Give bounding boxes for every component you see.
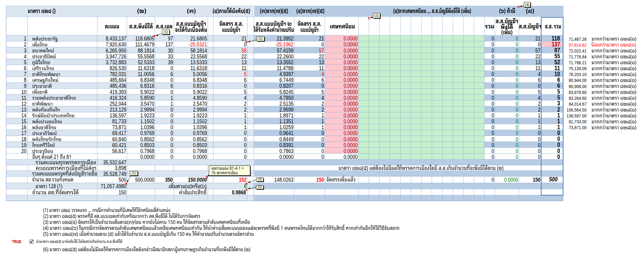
svg-text:81,733.00: 81,733.00 xyxy=(569,119,587,124)
svg-text:150: 150 xyxy=(533,177,541,183)
svg-text:71,786.21: 71,786.21 xyxy=(569,60,587,65)
svg-text:13: 13 xyxy=(535,59,541,66)
svg-text:4: 4 xyxy=(244,95,246,101)
svg-text:0: 0 xyxy=(491,59,494,66)
svg-text:58: 58 xyxy=(241,48,247,54)
svg-text:0: 0 xyxy=(244,183,246,189)
svg-text:0: 0 xyxy=(170,142,173,148)
svg-text:0.8562: 0.8562 xyxy=(193,136,207,142)
svg-text:0: 0 xyxy=(538,142,540,148)
svg-text:57.4159: 57.4159 xyxy=(277,48,294,54)
svg-text:22.5568: 22.5568 xyxy=(190,53,207,60)
svg-text:1: 1 xyxy=(321,124,324,130)
svg-text:5: 5 xyxy=(538,89,540,95)
svg-text:0: 0 xyxy=(491,41,494,48)
svg-text:11.0056: 11.0056 xyxy=(138,71,154,77)
svg-text:6: 6 xyxy=(24,65,26,71)
svg-text:11.6318: 11.6318 xyxy=(138,65,154,71)
svg-text:14: 14 xyxy=(21,112,27,119)
svg-text:419,393: 419,393 xyxy=(110,89,126,95)
svg-text:0: 0 xyxy=(491,89,494,95)
svg-text:1: 1 xyxy=(538,118,540,125)
svg-text:11.4788: 11.4788 xyxy=(277,65,294,71)
svg-text:52.5333: 52.5333 xyxy=(138,59,154,66)
svg-text:0: 0 xyxy=(321,130,324,136)
svg-text:0.8503: 0.8503 xyxy=(140,142,154,148)
svg-text:13.3552: 13.3552 xyxy=(277,59,294,66)
svg-text:15: 15 xyxy=(21,118,27,125)
svg-text:71,776.84: 71,776.84 xyxy=(569,54,587,59)
svg-text:2.5470: 2.5470 xyxy=(193,101,207,107)
svg-text:0: 0 xyxy=(491,77,494,83)
svg-text:7,920,630: 7,920,630 xyxy=(106,41,126,48)
svg-text:150: 150 xyxy=(316,177,324,183)
svg-text:5.0056: 5.0056 xyxy=(193,71,207,77)
svg-text:58.1814: 58.1814 xyxy=(190,48,207,54)
svg-text:(1): (1) xyxy=(164,30,168,34)
svg-text:3.5470: 3.5470 xyxy=(140,101,154,107)
svg-text:0: 0 xyxy=(244,148,246,154)
svg-text:1.1351: 1.1351 xyxy=(279,118,294,125)
svg-text:350: 350 xyxy=(165,177,173,183)
svg-text:0: 0 xyxy=(170,112,173,119)
svg-text:75,139.09: 75,139.09 xyxy=(569,66,587,71)
svg-text:136,597.00: 136,597.00 xyxy=(567,113,587,118)
svg-text:1.9223: 1.9223 xyxy=(193,112,207,119)
svg-text:21: 21 xyxy=(535,36,541,42)
svg-text:0: 0 xyxy=(516,118,518,125)
svg-text:0: 0 xyxy=(516,83,518,89)
svg-text:0: 0 xyxy=(516,154,518,160)
svg-text:TRUE: TRUE xyxy=(12,239,21,244)
svg-text:22: 22 xyxy=(535,53,541,60)
svg-text:0.8503: 0.8503 xyxy=(193,142,207,148)
svg-text:0.8316: 0.8316 xyxy=(193,83,207,89)
svg-text:4: 4 xyxy=(321,95,324,101)
svg-text:0: 0 xyxy=(516,59,518,66)
svg-text:1: 1 xyxy=(170,95,173,101)
svg-text:0: 0 xyxy=(516,130,518,136)
svg-text:0.0000: 0.0000 xyxy=(344,154,358,160)
svg-text:73,871.00: 73,871.00 xyxy=(569,125,587,130)
svg-text:0.8449: 0.8449 xyxy=(279,136,294,142)
svg-text:35,528,749: 35,528,749 xyxy=(103,171,126,177)
svg-text:2: 2 xyxy=(244,107,246,113)
svg-text:0: 0 xyxy=(170,136,173,142)
svg-text:0: 0 xyxy=(491,48,494,54)
svg-text:5.9022: 5.9022 xyxy=(140,89,154,95)
svg-text:485,436: 485,436 xyxy=(110,83,126,89)
svg-text:0: 0 xyxy=(170,124,173,130)
svg-text:0: 0 xyxy=(491,148,494,154)
svg-text:1: 1 xyxy=(538,124,540,130)
svg-text:0: 0 xyxy=(491,154,494,160)
svg-text:0: 0 xyxy=(516,65,518,71)
svg-text:0: 0 xyxy=(170,77,173,83)
svg-text:826,530: 826,530 xyxy=(110,65,126,71)
svg-text:6.8316: 6.8316 xyxy=(140,83,154,89)
svg-text:22: 22 xyxy=(241,53,247,60)
svg-text:0: 0 xyxy=(491,107,494,113)
svg-text:16: 16 xyxy=(21,124,27,130)
svg-text:485,664: 485,664 xyxy=(110,77,126,83)
svg-text:81,733: 81,733 xyxy=(112,118,126,125)
svg-text:2: 2 xyxy=(321,101,324,107)
svg-text:0.0000: 0.0000 xyxy=(344,95,358,101)
svg-text:3,732,883: 3,732,883 xyxy=(106,59,126,66)
svg-text:22: 22 xyxy=(319,53,324,60)
svg-text:0: 0 xyxy=(491,136,494,142)
svg-text:57,814.82: 57,814.82 xyxy=(569,42,587,48)
svg-text:1: 1 xyxy=(538,112,540,119)
svg-text:0: 0 xyxy=(170,130,173,136)
svg-text:0.0000: 0.0000 xyxy=(344,48,358,54)
svg-text:0.9769: 0.9769 xyxy=(140,130,154,136)
svg-text:11: 11 xyxy=(319,65,324,71)
svg-text:(2): (2) xyxy=(258,37,262,40)
svg-text:-25.5321: -25.5321 xyxy=(189,41,207,48)
svg-text:30: 30 xyxy=(168,48,173,54)
svg-text:0: 0 xyxy=(516,148,518,154)
svg-text:1.1502: 1.1502 xyxy=(193,118,207,125)
svg-text:2: 2 xyxy=(321,107,324,113)
svg-text:60,840: 60,840 xyxy=(112,136,126,142)
svg-text:1: 1 xyxy=(321,112,324,119)
svg-text:(4): (4) xyxy=(525,3,529,6)
svg-text:11: 11 xyxy=(535,65,541,71)
